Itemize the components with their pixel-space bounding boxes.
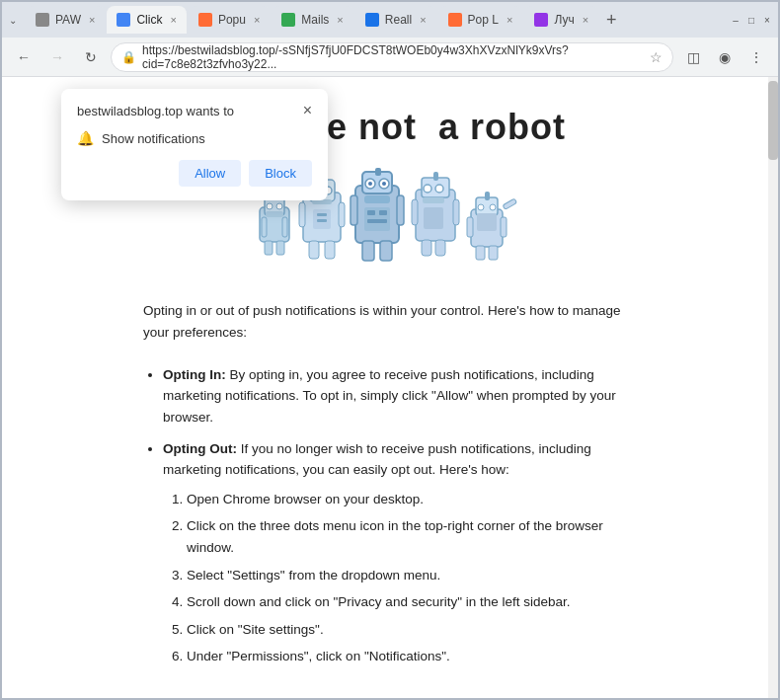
intro-text: Opting in or out of push notifications i… [143,300,637,343]
address-bar[interactable]: 🔒 https://bestwiladsblog.top/-sSNfjS7fjU… [111,42,673,72]
svg-rect-59 [489,246,498,260]
back-button[interactable]: ← [10,43,38,71]
heading-line2: a robot [438,107,566,147]
tab-label-pop-l: Pop L [468,13,499,27]
tab-reall[interactable]: Reall × [355,6,436,34]
toolbar-right: ◫ ◉ ⋮ [679,43,770,71]
tab-favicon-paw [36,13,49,27]
tab-label-reall: Reall [385,13,412,27]
tab-close-luch[interactable]: × [583,14,588,26]
notification-label: Show notifications [102,131,205,146]
step-4: Scroll down and click on "Privacy and se… [187,591,637,613]
tab-luch[interactable]: Луч × [524,6,598,34]
opting-in-text: By opting in, you agree to receive push … [163,367,616,425]
svg-rect-18 [317,219,327,222]
svg-rect-45 [424,207,443,229]
svg-rect-33 [379,210,387,215]
tab-favicon-popu [198,13,212,27]
tab-popu[interactable]: Popu × [189,6,270,34]
opting-in-item: Opting In: By opting in, you agree to re… [163,364,637,428]
forward-button[interactable]: → [43,43,71,71]
minimize-button[interactable]: – [729,13,742,27]
tab-favicon-mails [281,13,295,27]
bell-icon: 🔔 [77,130,94,146]
svg-rect-41 [433,172,438,181]
tab-favicon-click [117,13,130,27]
popup-close-button[interactable]: × [303,103,312,118]
tab-controls: ⌄ [6,13,20,27]
svg-rect-37 [362,241,374,261]
svg-rect-35 [351,195,357,225]
tab-close-pop-l[interactable]: × [507,14,512,26]
tab-favicon-reall [365,13,379,27]
svg-rect-17 [317,213,327,216]
svg-rect-34 [367,219,387,223]
step-6: Under "Permissions", click on "Notificat… [187,646,637,667]
tab-click[interactable]: Click × [107,6,186,34]
svg-rect-58 [476,246,485,260]
svg-point-3 [267,203,273,209]
svg-point-53 [478,204,484,210]
svg-point-4 [276,203,282,209]
tab-close-reall[interactable]: × [420,14,426,26]
svg-rect-38 [380,241,392,261]
svg-point-28 [368,182,372,186]
allow-button[interactable]: Allow [179,160,241,187]
bookmark-icon[interactable]: ☆ [650,49,663,65]
tab-close-mails[interactable]: × [337,14,343,26]
svg-rect-44 [423,197,444,203]
svg-rect-6 [262,217,267,237]
tab-paw[interactable]: PAW × [26,6,105,34]
svg-point-29 [382,182,386,186]
svg-point-54 [490,204,496,210]
svg-rect-20 [339,202,345,227]
popup-buttons: Allow Block [77,160,312,187]
tab-favicon-luch [534,13,548,27]
popup-header: bestwiladsblog.top wants to × [77,103,312,118]
tab-close-paw[interactable]: × [89,14,95,26]
svg-rect-22 [325,241,335,259]
svg-point-43 [435,185,443,193]
content-list: Opting In: By opting in, you agree to re… [143,364,637,667]
profile-button[interactable]: ◉ [711,43,739,71]
address-text: https://bestwiladsblog.top/-sSNfjS7fjU0F… [142,43,644,71]
tab-close-popu[interactable]: × [254,14,260,26]
close-window-button[interactable]: × [760,13,774,27]
menu-button[interactable]: ⋮ [742,43,770,71]
tab-mails[interactable]: Mails × [272,6,352,34]
tab-close-click[interactable]: × [170,14,176,26]
svg-point-42 [424,185,431,193]
svg-rect-8 [265,241,273,255]
page-content: bestwiladsblog.top wants to × 🔔 Show not… [2,77,778,698]
svg-rect-19 [299,202,305,227]
split-screen-button[interactable]: ◫ [679,43,707,71]
tab-favicon-pop-l [448,13,462,27]
tab-pop-l[interactable]: Pop L × [438,6,523,34]
svg-rect-46 [412,199,418,225]
steps-list: Open Chrome browser on your desktop. Cli… [163,489,637,667]
svg-rect-60 [503,198,517,209]
step-1: Open Chrome browser on your desktop. [187,489,637,510]
block-button[interactable]: Block [249,160,312,187]
svg-rect-36 [397,195,404,225]
svg-rect-57 [501,217,507,237]
svg-rect-9 [276,241,284,255]
restore-button[interactable]: □ [744,13,758,27]
popup-notification-row: 🔔 Show notifications [77,130,312,146]
step-5: Click on "Site settings". [187,619,637,641]
tab-list-btn[interactable]: ⌄ [6,13,20,27]
svg-rect-7 [282,217,287,237]
opting-out-title: Opting Out: [163,441,237,456]
svg-rect-48 [422,240,431,256]
svg-rect-32 [367,210,375,215]
svg-rect-47 [453,199,459,225]
tab-label-mails: Mails [301,13,329,27]
new-tab-button[interactable]: + [600,10,623,31]
opting-out-item: Opting Out: If you no longer wish to rec… [163,438,637,667]
reload-button[interactable]: ↻ [77,43,105,71]
opting-in-title: Opting In: [163,367,226,382]
toolbar: ← → ↻ 🔒 https://bestwiladsblog.top/-sSNf… [2,38,778,77]
svg-rect-56 [467,217,473,237]
tab-label-luch: Луч [554,13,574,27]
svg-rect-21 [309,241,319,259]
